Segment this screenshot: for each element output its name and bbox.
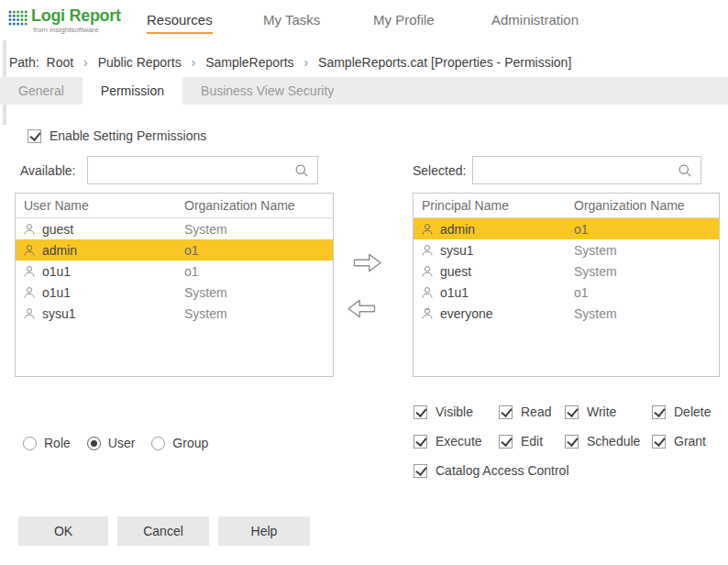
user-name: guest bbox=[42, 222, 73, 237]
selected-row-sysu1[interactable]: sysu1 System bbox=[414, 239, 719, 260]
move-left-button[interactable] bbox=[346, 297, 377, 323]
checkbox-label: Delete bbox=[674, 404, 711, 419]
available-users-table: User Name Organization Name guest System… bbox=[15, 193, 334, 377]
check-icon bbox=[499, 435, 513, 449]
org-name: System bbox=[574, 264, 617, 279]
principal-name: sysu1 bbox=[440, 243, 474, 258]
user-icon bbox=[421, 244, 434, 257]
checkbox-label: Read bbox=[521, 404, 551, 419]
radio-group-label: Group bbox=[172, 436, 208, 450]
available-row-guest[interactable]: guest System bbox=[16, 218, 333, 239]
available-search-box bbox=[87, 156, 318, 184]
ok-button[interactable]: OK bbox=[18, 516, 108, 546]
user-icon bbox=[421, 265, 434, 278]
checkbox-edit[interactable]: Edit bbox=[499, 434, 543, 449]
principal-name: everyone bbox=[440, 306, 493, 321]
available-row-o1u1-system[interactable]: o1u1 System bbox=[16, 282, 333, 303]
brand-name: Logi Report bbox=[31, 6, 121, 25]
tab-general[interactable]: General bbox=[0, 77, 83, 105]
checkbox-execute[interactable]: Execute bbox=[414, 434, 482, 449]
available-row-sysu1[interactable]: sysu1 System bbox=[16, 303, 333, 324]
column-header-user-name: User Name bbox=[16, 198, 184, 213]
user-name: o1u1 bbox=[42, 264, 71, 279]
everyone-icon bbox=[421, 307, 434, 320]
checkbox-visible[interactable]: Visible bbox=[414, 404, 473, 419]
checkbox-write[interactable]: Write bbox=[565, 404, 616, 419]
brand-tagline: from insightsoftware bbox=[31, 26, 121, 34]
org-name: System bbox=[574, 306, 617, 321]
available-search-input[interactable] bbox=[88, 157, 294, 183]
org-name: o1 bbox=[184, 264, 199, 279]
user-name: o1u1 bbox=[42, 285, 71, 300]
user-icon bbox=[23, 286, 36, 299]
user-name: sysu1 bbox=[42, 306, 76, 321]
radio-icon bbox=[23, 437, 37, 450]
check-icon bbox=[414, 464, 427, 478]
search-icon bbox=[294, 163, 309, 178]
crumb-samplereports[interactable]: SampleReports bbox=[205, 55, 294, 70]
principal-type-radios: Role User Group bbox=[23, 436, 208, 450]
selected-search-box bbox=[472, 156, 701, 184]
properties-tabbar: General Permission Business View Securit… bbox=[0, 77, 728, 105]
checkbox-label: Visible bbox=[436, 404, 473, 419]
crumb-root[interactable]: Root bbox=[47, 55, 74, 70]
selected-search-input[interactable] bbox=[473, 157, 678, 183]
check-icon bbox=[652, 435, 666, 449]
breadcrumb-prefix: Path: bbox=[9, 55, 39, 70]
check-icon bbox=[414, 405, 427, 419]
available-label: Available: bbox=[20, 163, 75, 178]
tab-permission[interactable]: Permission bbox=[83, 77, 182, 105]
org-name: System bbox=[574, 243, 617, 258]
nav-item-my-tasks[interactable]: My Tasks bbox=[263, 12, 320, 32]
column-header-organization-name: Organization Name bbox=[184, 198, 295, 213]
selected-row-guest[interactable]: guest System bbox=[414, 260, 719, 282]
nav-item-administration[interactable]: Administration bbox=[491, 12, 579, 32]
logo-dots-icon bbox=[7, 9, 28, 29]
user-icon bbox=[23, 265, 36, 278]
search-icon bbox=[678, 163, 692, 178]
column-header-principal-name: Principal Name bbox=[414, 198, 574, 213]
breadcrumb-separator: › bbox=[83, 55, 88, 70]
checkbox-delete[interactable]: Delete bbox=[652, 404, 711, 419]
selected-row-o1u1[interactable]: o1u1 o1 bbox=[414, 282, 719, 303]
selected-row-admin[interactable]: admin o1 bbox=[414, 218, 719, 239]
user-icon bbox=[23, 307, 36, 320]
breadcrumb: Path: Root › Public Reports › SampleRepo… bbox=[9, 55, 571, 70]
nav-item-my-profile[interactable]: My Profile bbox=[373, 12, 435, 32]
breadcrumb-separator: › bbox=[304, 55, 309, 70]
checkbox-label: Catalog Access Control bbox=[436, 463, 569, 478]
crumb-current-file: SampleReports.cat [Properties - Permissi… bbox=[318, 55, 571, 70]
column-header-organization-name: Organization Name bbox=[574, 198, 685, 213]
checkbox-grant[interactable]: Grant bbox=[652, 434, 706, 449]
principal-name: o1u1 bbox=[440, 285, 469, 300]
user-icon bbox=[421, 223, 434, 236]
user-icon bbox=[421, 286, 434, 299]
checkbox-catalog-access-control[interactable]: Catalog Access Control bbox=[414, 463, 569, 478]
selected-table-header: Principal Name Organization Name bbox=[414, 194, 719, 218]
crumb-public-reports[interactable]: Public Reports bbox=[98, 55, 182, 70]
available-row-admin[interactable]: admin o1 bbox=[16, 239, 333, 260]
cancel-button[interactable]: Cancel bbox=[117, 516, 209, 546]
radio-group[interactable]: Group bbox=[151, 436, 208, 450]
org-name: o1 bbox=[574, 222, 589, 237]
brand-logo: Logi Report from insightsoftware bbox=[7, 6, 121, 34]
checkbox-schedule[interactable]: Schedule bbox=[565, 434, 640, 449]
user-icon bbox=[23, 244, 36, 257]
radio-selected-icon bbox=[87, 437, 101, 450]
help-button[interactable]: Help bbox=[218, 516, 310, 546]
checkbox-read[interactable]: Read bbox=[499, 404, 551, 419]
tab-business-view-security[interactable]: Business View Security bbox=[182, 77, 352, 105]
nav-item-resources[interactable]: Resources bbox=[147, 12, 213, 34]
org-name: System bbox=[184, 285, 227, 300]
selected-label: Selected: bbox=[413, 163, 466, 178]
enable-permissions-checkbox[interactable]: Enable Setting Permissions bbox=[28, 128, 206, 143]
available-row-o1u1[interactable]: o1u1 o1 bbox=[16, 260, 333, 282]
org-name: System bbox=[184, 222, 227, 237]
org-name: o1 bbox=[574, 285, 589, 300]
radio-role[interactable]: Role bbox=[23, 436, 71, 450]
radio-user[interactable]: User bbox=[87, 436, 136, 450]
user-name: admin bbox=[42, 243, 77, 258]
move-right-button[interactable] bbox=[352, 251, 383, 277]
selected-row-everyone[interactable]: everyone System bbox=[414, 303, 719, 324]
breadcrumb-separator: › bbox=[192, 55, 196, 70]
